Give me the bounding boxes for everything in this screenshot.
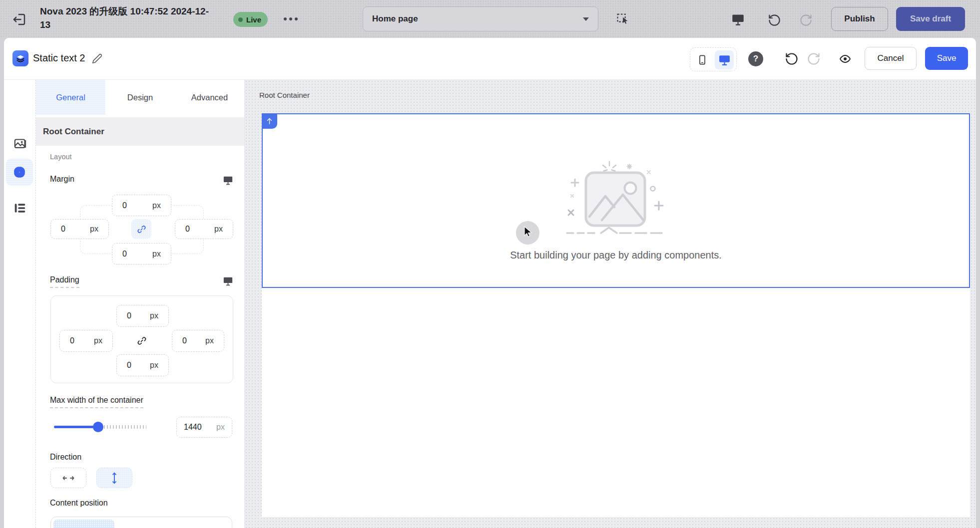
list-icon [15, 204, 17, 212]
empty-state-message: Start building your page by adding compo… [262, 250, 970, 261]
padding-top-value: 0 [127, 311, 131, 320]
canvas-root-label: Root Container [259, 91, 310, 99]
padding-left-input[interactable]: 0 px [59, 330, 113, 352]
direction-label: Direction [50, 453, 81, 462]
help-button[interactable]: ? [748, 51, 763, 66]
help-icon: ? [753, 54, 758, 64]
link-icon [141, 229, 142, 230]
padding-left-unit: px [94, 336, 102, 345]
desktop-icon [719, 55, 730, 62]
padding-bottom-input[interactable]: 0 px [116, 354, 169, 376]
select-element-tool-button[interactable] [616, 12, 630, 26]
direction-vertical-button[interactable] [96, 468, 132, 488]
max-width-input[interactable]: 1440 px [176, 417, 232, 438]
rename-button[interactable] [92, 53, 102, 64]
content-position-control[interactable] [50, 517, 232, 528]
left-icon-rail [4, 80, 36, 528]
desktop-view-button[interactable] [715, 50, 734, 69]
margin-bottom-unit: px [152, 250, 161, 259]
page-selector-dropdown[interactable]: Home page [363, 6, 598, 31]
live-label: Live [246, 15, 261, 24]
save-draft-button[interactable]: Save draft [896, 7, 965, 31]
padding-bottom-value: 0 [127, 361, 131, 370]
max-width-unit: px [216, 423, 225, 432]
live-dot-icon [238, 17, 243, 22]
sparkle-icon [603, 162, 616, 171]
publish-button[interactable]: Publish [831, 7, 888, 31]
content-position-label: Content position [50, 499, 108, 508]
tab-design[interactable]: Design [105, 80, 175, 115]
editor-undo-button[interactable] [785, 52, 799, 66]
panel-header: Root Container [36, 117, 244, 146]
padding-widget: 0 px 0 px 0 px [50, 295, 233, 383]
margin-right-input[interactable]: 0 px [175, 219, 233, 239]
padding-right-input[interactable]: 0 px [172, 330, 224, 352]
editor-toolbar: Static text 2 [4, 38, 976, 80]
padding-left-value: 0 [70, 336, 74, 345]
mobile-view-button[interactable] [693, 50, 712, 69]
preview-button[interactable] [838, 53, 852, 65]
editor-sheet: Static text 2 [4, 38, 976, 528]
margin-top-input[interactable]: 0 px [112, 195, 171, 216]
image-icon [14, 139, 24, 147]
margin-top-unit: px [152, 201, 161, 210]
padding-right-unit: px [205, 336, 214, 345]
empty-state-illustration [561, 160, 671, 240]
layers-icon [17, 55, 23, 59]
exit-editor-button[interactable] [12, 12, 27, 27]
max-width-slider[interactable] [54, 425, 146, 429]
margin-label: Margin [50, 175, 74, 184]
padding-label: Padding [50, 275, 79, 284]
pencil-icon [93, 54, 102, 63]
monitor-icon [224, 277, 232, 283]
slider-thumb[interactable] [93, 422, 103, 432]
components-tab-button[interactable] [6, 159, 33, 186]
page-builder-app: Nova 2023 的升级版 10:47:52 2024-12-13 Live … [0, 0, 980, 528]
monitor-icon [224, 177, 232, 182]
slider-fill [54, 426, 98, 428]
document-title: Nova 2023 的升级版 10:47:52 2024-12-13 [40, 4, 216, 31]
layers-tree-button[interactable] [11, 201, 28, 216]
margin-bottom-input[interactable]: 0 px [112, 243, 171, 264]
margin-bottom-value: 0 [122, 250, 127, 259]
cursor-icon [623, 17, 627, 24]
components-icon [14, 167, 19, 172]
undo-button[interactable] [768, 13, 781, 27]
padding-link-values-button[interactable] [135, 334, 148, 347]
margin-left-value: 0 [61, 225, 65, 234]
direction-horizontal-button[interactable] [50, 468, 86, 488]
max-width-value: 1440 [184, 423, 202, 432]
component-type-icon [12, 50, 28, 66]
more-options-icon[interactable] [284, 17, 298, 20]
content-position-selected-segment[interactable] [53, 520, 114, 528]
monitor-icon [732, 14, 744, 22]
padding-responsive-button[interactable] [223, 276, 233, 286]
media-library-button[interactable] [11, 136, 28, 151]
horizontal-arrows-icon [63, 477, 67, 480]
cancel-button[interactable]: Cancel [865, 47, 917, 70]
padding-right-value: 0 [182, 336, 187, 345]
selection-handle[interactable] [262, 113, 277, 129]
redo-icon [801, 15, 811, 25]
canvas-area: Root Container [245, 80, 976, 528]
top-bar: Nova 2023 的升级版 10:47:52 2024-12-13 Live … [0, 0, 980, 38]
margin-left-input[interactable]: 0 px [50, 219, 109, 239]
chevron-down-icon [583, 17, 589, 21]
properties-panel: General Design Advanced Root Container L… [36, 80, 245, 528]
margin-right-unit: px [214, 225, 223, 234]
live-status-badge: Live [233, 12, 268, 27]
device-preview-button[interactable] [731, 13, 745, 26]
component-title: Static text 2 [33, 52, 85, 64]
redo-button[interactable] [799, 13, 813, 27]
max-width-label: Max width of the container [50, 396, 143, 405]
pointer-cursor-icon [523, 226, 533, 239]
redo-icon [809, 54, 819, 64]
tab-general[interactable]: General [36, 80, 105, 115]
tab-advanced[interactable]: Advanced [175, 80, 244, 115]
link-icon [141, 340, 142, 341]
editor-redo-button[interactable] [807, 52, 821, 66]
margin-responsive-button[interactable] [223, 176, 233, 185]
margin-link-values-button[interactable] [131, 219, 151, 239]
save-button[interactable]: Save [925, 47, 968, 70]
padding-top-input[interactable]: 0 px [116, 305, 169, 327]
